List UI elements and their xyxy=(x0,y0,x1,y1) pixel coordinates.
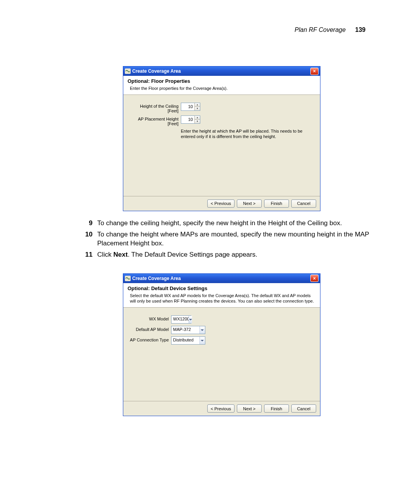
chevron-down-icon xyxy=(201,340,204,341)
page-number: 139 xyxy=(355,26,366,33)
step-text: To change the height where MAPs are moun… xyxy=(97,230,373,248)
dialog-body: WX Model WX1200 Default AP Model MAP-372… xyxy=(123,308,320,401)
row-ap-height: AP Placement Height [Feet] ▲ ▼ xyxy=(128,116,315,126)
dialog-default-device-settings: Create Coverage Area × Optional: Default… xyxy=(123,273,320,416)
input-ap-height[interactable] xyxy=(181,116,194,123)
label-connection-type: AP Connection Type xyxy=(128,336,171,342)
step-text-bold: Next xyxy=(114,251,128,258)
instruction-10: 10 To change the height where MAPs are m… xyxy=(70,230,373,248)
instruction-9: 9 To change the ceiling height, specify … xyxy=(70,219,373,228)
row-connection-type: AP Connection Type Distributed xyxy=(128,336,315,345)
chevron-down-icon xyxy=(201,329,204,331)
label-wx-model: WX Model xyxy=(128,315,171,321)
previous-button[interactable]: < Previous xyxy=(207,404,234,413)
button-bar: < Previous Next > Finish Cancel xyxy=(123,401,320,416)
dialog-header-panel: Optional: Floor Properties Enter the Flo… xyxy=(123,76,320,95)
label-ap-height: AP Placement Height [Feet] xyxy=(128,116,181,126)
input-ceiling-height[interactable] xyxy=(181,103,194,110)
window-title: Create Coverage Area xyxy=(132,68,181,74)
titlebar-left: Create Coverage Area xyxy=(125,68,181,74)
select-value: WX1200 xyxy=(172,316,189,323)
close-icon: × xyxy=(313,69,316,74)
step-number: 9 xyxy=(70,219,97,228)
step-number: 11 xyxy=(70,250,97,259)
close-button[interactable]: × xyxy=(310,275,318,282)
instruction-list: 9 To change the ceiling height, specify … xyxy=(70,219,373,259)
finish-button[interactable]: Finish xyxy=(264,200,289,208)
window-title: Create Coverage Area xyxy=(132,276,181,281)
running-header: Plan RF Coverage 139 xyxy=(295,26,366,33)
close-button[interactable]: × xyxy=(310,68,318,75)
spinner-buttons: ▲ ▼ xyxy=(194,103,200,110)
close-icon: × xyxy=(313,276,316,281)
dropdown-button[interactable] xyxy=(189,316,192,323)
chevron-down-icon xyxy=(189,319,192,320)
select-ap-model[interactable]: MAP-372 xyxy=(171,326,205,334)
row-wx-model: WX Model WX1200 xyxy=(128,315,315,324)
label-ceiling-height: Height of the Ceiling [Feet] xyxy=(128,103,181,113)
dialog-header-panel: Optional: Default Device Settings Select… xyxy=(123,283,320,308)
select-wx-model[interactable]: WX1200 xyxy=(171,315,191,324)
select-value: MAP-372 xyxy=(172,326,200,334)
spinner-ceiling-height[interactable]: ▲ ▼ xyxy=(181,103,200,111)
step-text: Click Next. The Default Device Settings … xyxy=(97,250,373,259)
dialog-heading: Optional: Default Device Settings xyxy=(128,285,316,291)
row-ap-model: Default AP Model MAP-372 xyxy=(128,326,315,334)
select-value: Distributed xyxy=(172,337,200,344)
spinner-ap-height[interactable]: ▲ ▼ xyxy=(181,116,200,124)
titlebar-left: Create Coverage Area xyxy=(125,276,181,281)
dropdown-button[interactable] xyxy=(200,337,205,344)
dialog-heading: Optional: Floor Properties xyxy=(128,78,316,84)
spin-up-icon[interactable]: ▲ xyxy=(195,116,200,120)
app-icon xyxy=(125,68,131,74)
finish-button[interactable]: Finish xyxy=(264,404,289,413)
row-ceiling-height: Height of the Ceiling [Feet] ▲ ▼ xyxy=(128,103,315,113)
help-text-ap-height: Enter the height at which the AP will be… xyxy=(181,128,315,140)
dialog-subheading: Enter the Floor properties for the Cover… xyxy=(130,86,316,91)
label-ap-model: Default AP Model xyxy=(128,326,171,332)
section-title: Plan RF Coverage xyxy=(295,26,346,33)
cancel-button[interactable]: Cancel xyxy=(291,404,316,413)
spinner-buttons: ▲ ▼ xyxy=(194,116,200,123)
dialog-body: Height of the Ceiling [Feet] ▲ ▼ AP Plac… xyxy=(123,95,320,196)
dialog-floor-properties: Create Coverage Area × Optional: Floor P… xyxy=(123,66,320,211)
document-page: Plan RF Coverage 139 Create Coverage Are… xyxy=(0,0,420,504)
previous-button[interactable]: < Previous xyxy=(207,200,234,208)
spin-down-icon[interactable]: ▼ xyxy=(195,120,200,123)
spin-up-icon[interactable]: ▲ xyxy=(195,103,200,107)
dialog-subheading: Select the default WX and AP models for … xyxy=(130,293,316,304)
button-bar: < Previous Next > Finish Cancel xyxy=(123,196,320,211)
step-text-post: . The Default Device Settings page appea… xyxy=(128,251,257,258)
dropdown-button[interactable] xyxy=(200,326,205,334)
step-text: To change the ceiling height, specify th… xyxy=(97,219,373,228)
next-button[interactable]: Next > xyxy=(237,404,262,413)
next-button[interactable]: Next > xyxy=(237,200,262,208)
instruction-11: 11 Click Next. The Default Device Settin… xyxy=(70,250,373,259)
cancel-button[interactable]: Cancel xyxy=(291,200,316,208)
step-number: 10 xyxy=(70,230,97,239)
app-icon xyxy=(125,276,131,281)
step-text-pre: Click xyxy=(97,251,114,258)
spin-down-icon[interactable]: ▼ xyxy=(195,107,200,110)
titlebar[interactable]: Create Coverage Area × xyxy=(123,274,320,283)
select-connection-type[interactable]: Distributed xyxy=(171,336,205,345)
titlebar[interactable]: Create Coverage Area × xyxy=(123,66,320,76)
